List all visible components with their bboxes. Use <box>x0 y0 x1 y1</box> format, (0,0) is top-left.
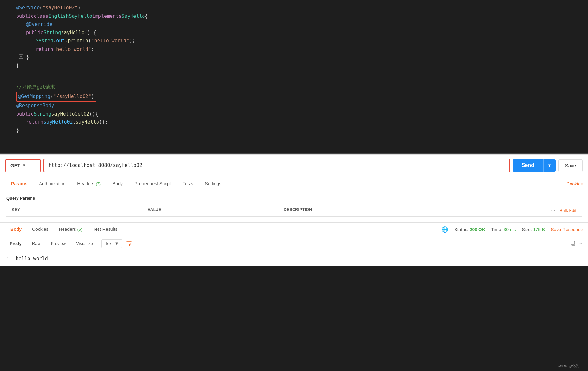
send-button-group: Send ▼ <box>513 159 556 172</box>
code-line: public String sayHello() { <box>16 29 582 37</box>
svg-rect-2 <box>571 241 574 245</box>
tab-authorization[interactable]: Authorization <box>33 176 72 191</box>
col-key-header: KEY <box>12 208 148 214</box>
code-line: @ResponseBody <box>6 102 582 110</box>
query-params-title: Query Params <box>6 196 582 201</box>
status-globe-icon: 🌐 <box>441 226 448 233</box>
tab-params[interactable]: Params <box>5 176 33 191</box>
method-label: GET <box>10 163 20 168</box>
wrap-icon[interactable] <box>126 240 132 248</box>
tab-body[interactable]: Body <box>107 176 129 191</box>
code-line: public String sayHelloGet02(){ <box>6 110 582 118</box>
code-editor-top: @Service("sayHello02") public class Engl… <box>0 0 588 79</box>
save-button[interactable]: Save <box>558 159 583 172</box>
tab-headers[interactable]: Headers (7) <box>71 176 107 191</box>
response-tab-body[interactable]: Body <box>5 223 27 236</box>
code-line: @Service("sayHello02") <box>6 4 582 12</box>
line-number: 1 <box>6 256 9 261</box>
tab-prerequest[interactable]: Pre-request Script <box>129 176 177 191</box>
response-section: Body Cookies Headers (5) Test Results 🌐 … <box>0 222 588 266</box>
send-button[interactable]: Send <box>513 159 543 172</box>
body-tab-preview[interactable]: Preview <box>46 239 70 248</box>
format-selector[interactable]: Text ▼ <box>101 239 122 248</box>
send-dropdown-button[interactable]: ▼ <box>543 159 556 172</box>
code-line: return sayHello02.sayHello(); <box>16 118 582 127</box>
format-label: Text <box>105 241 113 246</box>
status-label: Status: 200 OK <box>454 227 485 232</box>
params-actions: ··· Bulk Edit <box>547 208 576 214</box>
code-line-highlighted: @GetMapping("/sayHello02") <box>6 92 582 102</box>
format-dropdown-icon: ▼ <box>115 241 119 246</box>
response-status-bar: 🌐 Status: 200 OK Time: 30 ms Size: 175 B… <box>441 226 583 233</box>
body-tab-raw[interactable]: Raw <box>28 239 45 248</box>
tab-tests[interactable]: Tests <box>177 176 199 191</box>
gutter-icon <box>16 54 26 59</box>
body-toolbar: Pretty Raw Preview Visualize Text ▼ <box>0 236 588 251</box>
response-body: 1 hello world <box>0 251 588 266</box>
params-table-header: KEY VALUE DESCRIPTION ··· Bulk Edit <box>6 205 582 217</box>
time-label: Time: 30 ms <box>491 227 516 232</box>
method-dropdown-arrow: ▼ <box>23 163 25 168</box>
url-input[interactable] <box>43 159 510 172</box>
response-line: 1 hello world <box>6 256 582 262</box>
body-tab-pretty[interactable]: Pretty <box>5 239 26 248</box>
code-line: public class EnglishSayHello implements … <box>6 12 582 21</box>
code-editor-bottom: //只能是get请求 @GetMapping("/sayHello02") @R… <box>0 79 588 154</box>
postman-panel: GET ▼ Send ▼ Save Params Authorization H… <box>0 154 588 266</box>
code-line: return "hello world"; <box>26 45 582 54</box>
code-line: } <box>6 127 582 135</box>
body-tab-visualize[interactable]: Visualize <box>72 239 98 248</box>
query-params-section: Query Params KEY VALUE DESCRIPTION ··· B… <box>0 191 588 221</box>
watermark: CSDN @化孔— <box>558 364 583 368</box>
copy-icon[interactable] <box>570 240 577 248</box>
url-bar: GET ▼ Send ▼ Save <box>0 155 588 176</box>
response-content: hello world <box>16 256 48 262</box>
bulk-edit-link[interactable]: Bulk Edit <box>560 208 576 213</box>
more-response-icon[interactable]: ⋯ <box>579 240 583 247</box>
status-value: 200 OK <box>470 227 485 232</box>
response-tabs-bar: Body Cookies Headers (5) Test Results 🌐 … <box>0 223 588 236</box>
save-response-link[interactable]: Save Response <box>551 227 583 232</box>
col-desc-header: DESCRIPTION <box>284 208 547 214</box>
more-options-icon[interactable]: ··· <box>547 208 556 214</box>
size-label: Size: 175 B <box>522 227 545 232</box>
cookies-link[interactable]: Cookies <box>566 177 583 191</box>
code-line: @Override <box>16 20 582 29</box>
request-tabs-bar: Params Authorization Headers (7) Body Pr… <box>0 176 588 191</box>
code-line: } <box>6 62 582 70</box>
response-tab-cookies[interactable]: Cookies <box>27 223 54 236</box>
size-value: 175 B <box>533 227 545 232</box>
time-value: 30 ms <box>503 227 516 232</box>
response-tab-headers[interactable]: Headers (5) <box>54 223 88 236</box>
code-line: //只能是get请求 <box>6 83 582 92</box>
code-line: System.out.println("hello world"); <box>26 37 582 45</box>
tab-settings[interactable]: Settings <box>199 176 227 191</box>
response-tab-test-results[interactable]: Test Results <box>87 223 122 236</box>
code-line: } <box>16 53 582 62</box>
col-value-header: VALUE <box>148 208 284 214</box>
method-selector[interactable]: GET ▼ <box>5 159 41 172</box>
